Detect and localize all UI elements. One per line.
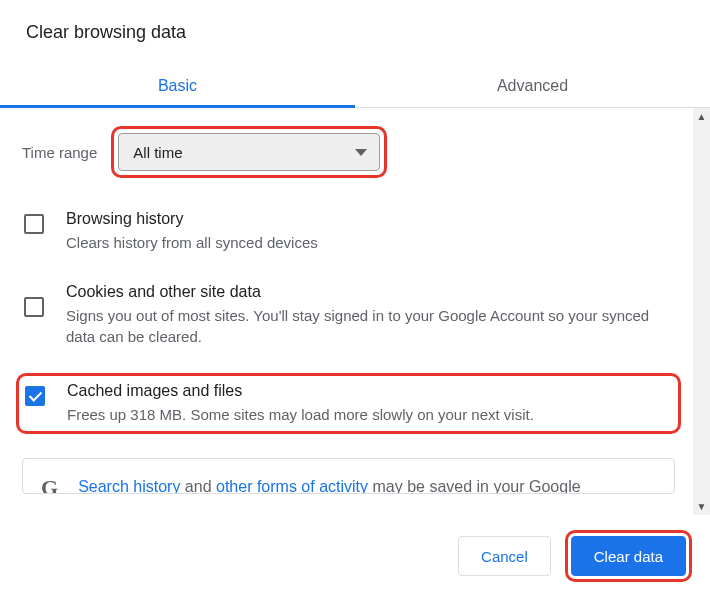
link-search-history[interactable]: Search history: [78, 478, 180, 494]
option-text: Cookies and other site data Signs you ou…: [66, 283, 673, 347]
tabs: Basic Advanced: [0, 63, 710, 108]
scroll-down-arrow-icon[interactable]: ▼: [693, 498, 710, 515]
notice-text: Search history and other forms of activi…: [78, 475, 580, 494]
time-range-label: Time range: [22, 144, 97, 161]
option-cached-highlight: Cached images and files Frees up 318 MB.…: [16, 373, 681, 434]
vertical-scrollbar[interactable]: ▲ ▼: [693, 108, 710, 515]
tab-basic[interactable]: Basic: [0, 63, 355, 107]
option-desc: Signs you out of most sites. You'll stay…: [66, 305, 673, 347]
scroll-area: Time range All time Browsing history Cle…: [0, 108, 710, 515]
link-other-activity[interactable]: other forms of activity: [216, 478, 368, 494]
option-title: Browsing history: [66, 210, 318, 228]
highlight-clear-button: Clear data: [565, 530, 692, 582]
scroll-up-arrow-icon[interactable]: ▲: [693, 108, 710, 125]
time-range-value: All time: [133, 144, 182, 161]
chevron-down-icon: [355, 149, 367, 156]
clear-browsing-data-dialog: Clear browsing data Basic Advanced Time …: [0, 0, 710, 600]
option-browsing-history: Browsing history Clears history from all…: [22, 206, 675, 257]
dialog-title: Clear browsing data: [0, 0, 710, 53]
option-cookies: Cookies and other site data Signs you ou…: [22, 279, 675, 351]
option-title: Cookies and other site data: [66, 283, 673, 301]
time-range-row: Time range All time: [22, 126, 675, 178]
tab-advanced[interactable]: Advanced: [355, 63, 710, 107]
option-title: Cached images and files: [67, 382, 534, 400]
time-range-dropdown[interactable]: All time: [118, 133, 380, 171]
cancel-button[interactable]: Cancel: [458, 536, 551, 576]
option-desc: Clears history from all synced devices: [66, 232, 318, 253]
clear-data-button[interactable]: Clear data: [571, 536, 686, 576]
options-list: Browsing history Clears history from all…: [22, 206, 675, 434]
checkbox-browsing-history[interactable]: [24, 214, 44, 234]
dialog-footer: Cancel Clear data: [0, 515, 710, 600]
option-text: Browsing history Clears history from all…: [66, 210, 318, 253]
checkbox-cookies[interactable]: [24, 297, 44, 317]
google-g-icon: G: [41, 475, 58, 494]
google-activity-notice: G Search history and other forms of acti…: [22, 458, 675, 494]
checkbox-cached[interactable]: [25, 386, 45, 406]
option-text: Cached images and files Frees up 318 MB.…: [67, 382, 534, 425]
option-desc: Frees up 318 MB. Some sites may load mor…: [67, 404, 534, 425]
highlight-time-range: All time: [111, 126, 387, 178]
content: Time range All time Browsing history Cle…: [0, 108, 693, 515]
